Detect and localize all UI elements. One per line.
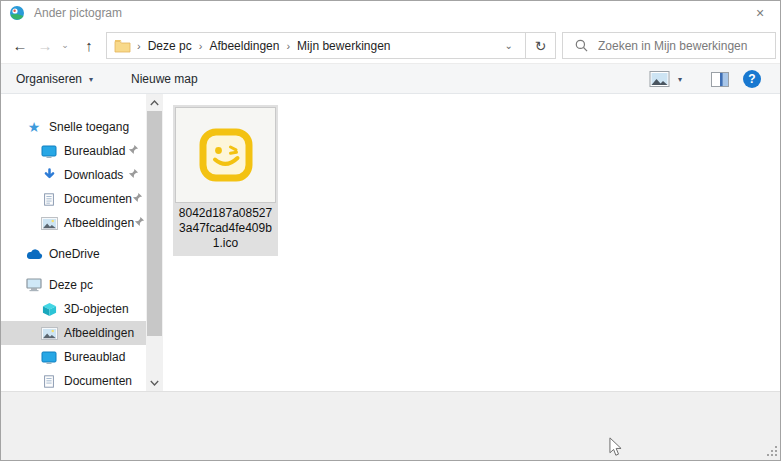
scrollbar-thumb[interactable] <box>147 111 162 336</box>
desktop-icon <box>40 350 58 365</box>
sidebar-item-bureaublad-pc[interactable]: Bureaublad <box>1 345 146 369</box>
chevron-down-icon: ▾ <box>89 75 93 84</box>
preview-pane-icon <box>711 72 729 87</box>
pin-icon <box>134 216 145 230</box>
sidebar-item-label: Deze pc <box>49 278 93 292</box>
onedrive-cloud-icon <box>25 249 43 260</box>
change-icon-dialog: Ander pictogram × ← → ⌄ ↑ › Deze pc › Af… <box>0 0 781 461</box>
pin-icon <box>132 192 143 206</box>
sidebar-item-label: OneDrive <box>49 247 100 261</box>
sidebar-item-afbeeldingen-pc[interactable]: Afbeeldingen <box>1 321 146 345</box>
scroll-up-icon[interactable] <box>146 94 163 111</box>
folder-icon <box>114 39 131 53</box>
forward-icon[interactable]: → <box>34 33 56 57</box>
preview-pane-button[interactable] <box>711 72 729 90</box>
help-icon[interactable]: ? <box>743 70 761 88</box>
sidebar-item-label: Documenten <box>64 374 132 388</box>
breadcrumb-separator: › <box>282 40 294 52</box>
sidebar-gap <box>1 266 146 273</box>
address-bar[interactable]: › Deze pc › Afbeeldingen › Mijn bewerkin… <box>106 32 526 59</box>
sidebar-item-label: 3D-objecten <box>64 302 129 316</box>
navigation-pane: ★ Snelle toegang Bureaublad Downloads <box>1 94 146 391</box>
new-folder-button[interactable]: Nieuwe map <box>131 64 198 94</box>
chevron-down-icon: ▾ <box>678 75 682 84</box>
organize-button[interactable]: Organiseren ▾ <box>16 64 93 94</box>
app-icon <box>9 5 25 21</box>
breadcrumb-item-afbeeldingen[interactable]: Afbeeldingen <box>206 39 282 53</box>
file-thumbnail <box>175 107 276 203</box>
search-input[interactable] <box>598 39 775 53</box>
up-icon[interactable]: ↑ <box>78 33 100 57</box>
mouse-cursor <box>608 437 623 457</box>
sidebar-item-label: Documenten <box>64 192 132 206</box>
sidebar-item-documenten-quick[interactable]: Documenten <box>1 187 146 211</box>
this-pc-icon <box>25 278 43 292</box>
sidebar-item-label: Snelle toegang <box>49 120 129 134</box>
smiley-ico-icon <box>198 127 254 183</box>
documents-icon <box>40 374 58 389</box>
file-item-selected[interactable]: 8042d187a085273a47fcad4fe409b1.ico <box>173 105 278 256</box>
desktop-icon <box>40 144 58 159</box>
new-folder-label: Nieuwe map <box>131 72 198 86</box>
refresh-icon[interactable]: ↻ <box>525 32 556 59</box>
sidebar-item-label: Bureaublad <box>64 144 125 158</box>
organize-label: Organiseren <box>16 72 82 86</box>
titlebar: Ander pictogram × <box>1 1 780 25</box>
breadcrumb-separator: › <box>133 40 145 52</box>
search-box <box>562 32 776 59</box>
pictures-icon <box>40 327 58 340</box>
sidebar-item-documenten-pc[interactable]: Documenten <box>1 369 146 391</box>
scroll-down-icon[interactable] <box>146 374 163 391</box>
sidebar-item-onedrive[interactable]: OneDrive <box>1 242 146 266</box>
search-icon <box>575 39 588 52</box>
breadcrumb-item-deze-pc[interactable]: Deze pc <box>145 39 195 53</box>
sidebar-gap <box>1 235 146 242</box>
command-toolbar: Organiseren ▾ Nieuwe map ▾ ? <box>1 63 780 94</box>
resize-grip[interactable] <box>767 446 778 460</box>
file-list[interactable]: 8042d187a085273a47fcad4fe409b1.ico <box>163 94 780 391</box>
sidebar-item-label: Afbeeldingen <box>64 326 134 340</box>
breadcrumb-separator: › <box>195 40 207 52</box>
sidebar-item-label: Afbeeldingen <box>64 216 134 230</box>
change-view-button[interactable]: ▾ <box>649 71 682 87</box>
file-name-label: 8042d187a085273a47fcad4fe409b1.ico <box>176 206 275 251</box>
downloads-icon <box>40 168 58 183</box>
window-title: Ander pictogram <box>34 6 122 20</box>
sidebar-item-label: Downloads <box>64 168 123 182</box>
pictures-icon <box>40 217 58 230</box>
pin-icon <box>128 144 139 158</box>
breadcrumb-item-mijn-bewerkingen[interactable]: Mijn bewerkingen <box>294 39 393 53</box>
sidebar-item-snelle-toegang[interactable]: ★ Snelle toegang <box>1 115 146 139</box>
sidebar-item-bureaublad-quick[interactable]: Bureaublad <box>1 139 146 163</box>
documents-icon <box>40 192 58 207</box>
sidebar-item-downloads[interactable]: Downloads <box>1 163 146 187</box>
footer-panel: Bestandsnaam: ⌄ Pictogrambestanden (*.ic… <box>1 391 780 461</box>
quick-access-star-icon: ★ <box>25 120 43 134</box>
sidebar-scrollbar[interactable] <box>146 94 163 391</box>
thumbnail-view-icon <box>649 71 670 87</box>
sidebar-item-deze-pc[interactable]: Deze pc <box>1 273 146 297</box>
recent-locations-chevron-icon[interactable]: ⌄ <box>58 37 72 53</box>
sidebar-item-3d-objecten[interactable]: 3D-objecten <box>1 297 146 321</box>
sidebar-item-label: Bureaublad <box>64 350 125 364</box>
close-icon[interactable]: × <box>750 4 770 22</box>
3d-cube-icon <box>40 302 58 317</box>
sidebar-item-afbeeldingen-quick[interactable]: Afbeeldingen <box>1 211 146 235</box>
pin-icon <box>128 168 139 182</box>
back-icon[interactable]: ← <box>9 33 31 57</box>
address-dropdown-chevron-icon[interactable]: ⌄ <box>497 40 521 51</box>
